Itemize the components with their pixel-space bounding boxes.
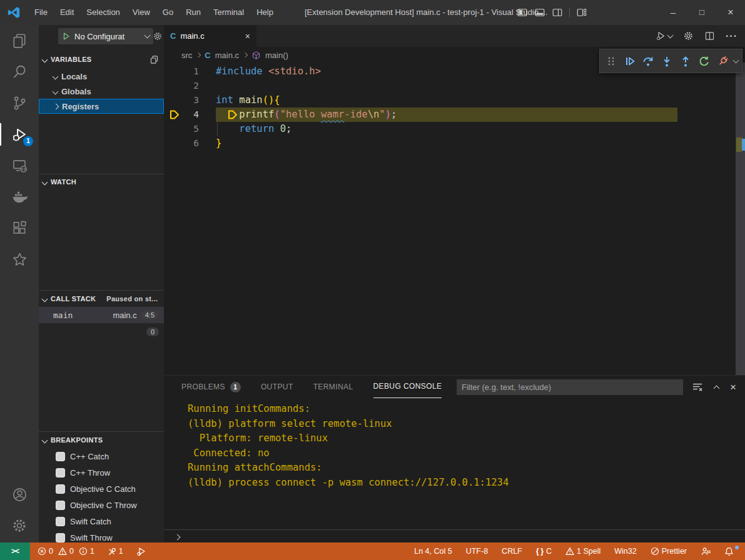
chevron-down-icon[interactable] <box>733 57 739 63</box>
tab-problems[interactable]: PROBLEMS 1 <box>181 376 241 398</box>
sidebar-item-run-and-debug[interactable]: 1 <box>0 119 39 150</box>
tab-output[interactable]: OUTPUT <box>261 376 293 398</box>
customize-layout-icon[interactable] <box>576 7 587 18</box>
code-line-4-current[interactable]: 4 printf("hello wamr-ide\n"); <box>164 108 745 122</box>
breakpoint-cpp-throw[interactable]: C++ Throw <box>39 464 164 481</box>
language-label: C <box>546 547 552 556</box>
debug-settings-gear-icon[interactable] <box>153 31 163 41</box>
debug-status[interactable] <box>132 546 150 557</box>
call-stack-section-header[interactable]: CALL STACK Paused on st... <box>39 292 164 306</box>
restart-button[interactable] <box>697 53 712 69</box>
manage-button[interactable] <box>0 510 39 541</box>
ports-count: 1 <box>119 547 123 556</box>
maximize-button[interactable]: □ <box>687 0 716 25</box>
checkbox[interactable] <box>56 533 65 542</box>
close-button[interactable]: × <box>716 0 745 25</box>
sidebar-item-search[interactable] <box>0 56 39 88</box>
maximize-panel-icon[interactable] <box>714 385 720 391</box>
formatter-status[interactable]: Prettier <box>647 547 691 556</box>
menu-go[interactable]: Go <box>156 0 180 25</box>
console-filter-input[interactable] <box>457 379 683 395</box>
menu-help[interactable]: Help <box>250 0 280 25</box>
code-line-2[interactable]: 2 <box>164 79 745 93</box>
eol-sequence[interactable]: CRLF <box>498 547 526 556</box>
variables-item-globals[interactable]: Globals <box>39 84 164 99</box>
language-mode[interactable]: { } C <box>532 547 555 556</box>
code-area[interactable]: 1 #include <stdio.h> 2 3 int main(){ 4 <box>164 64 745 375</box>
debug-console-input[interactable] <box>164 529 745 544</box>
toggle-secondary-sidebar-icon[interactable] <box>552 7 563 18</box>
notifications-button[interactable] <box>721 547 737 556</box>
copy-icon[interactable] <box>150 55 159 64</box>
breadcrumb-file[interactable]: main.c <box>215 51 239 60</box>
encoding[interactable]: UTF-8 <box>462 547 492 556</box>
step-over-button[interactable] <box>641 53 656 69</box>
breakpoint-swift-catch[interactable]: Swift Catch <box>39 513 164 529</box>
menu-run[interactable]: Run <box>180 0 207 25</box>
menu-edit[interactable]: Edit <box>54 0 80 25</box>
split-editor-icon[interactable] <box>704 31 715 41</box>
gear-icon[interactable] <box>683 31 694 41</box>
editor-scrollbar[interactable] <box>736 62 745 375</box>
code-line-5[interactable]: 5 return 0; <box>164 122 745 136</box>
more-actions-icon[interactable]: ··· <box>726 31 737 42</box>
watch-section-header[interactable]: WATCH <box>39 175 164 189</box>
problems-label: PROBLEMS <box>181 376 225 398</box>
account-button[interactable] <box>0 479 39 510</box>
breadcrumb-symbol[interactable]: main() <box>265 51 288 60</box>
breadcrumb-dir[interactable]: src <box>181 51 192 60</box>
breakpoint-objc-throw[interactable]: Objective C Throw <box>39 497 164 513</box>
spell-checker-status[interactable]: 1 Spell <box>562 547 604 556</box>
variables-item-registers[interactable]: Registers <box>39 99 164 114</box>
console-line: Connected: no <box>188 446 732 461</box>
variables-section-header[interactable]: VARIABLES <box>39 52 164 66</box>
menu-selection[interactable]: Selection <box>80 0 126 25</box>
checkbox[interactable] <box>56 501 65 510</box>
menu-view[interactable]: View <box>126 0 156 25</box>
cursor-position[interactable]: Ln 4, Col 5 <box>410 547 455 556</box>
debug-toolbar-drag-handle[interactable] <box>604 53 619 69</box>
code-line-6[interactable]: 6 } <box>164 136 745 151</box>
variables-item-locals[interactable]: Locals <box>39 69 164 84</box>
sidebar-item-wamr-ide[interactable] <box>0 244 39 275</box>
checkbox[interactable] <box>56 484 65 494</box>
toggle-panel-icon[interactable] <box>534 7 545 18</box>
remote-indicator[interactable]: >< <box>0 542 30 560</box>
menu-terminal[interactable]: Terminal <box>207 0 250 25</box>
tab-terminal[interactable]: TERMINAL <box>313 376 353 398</box>
checkbox[interactable] <box>56 517 65 526</box>
disconnect-button[interactable] <box>715 53 730 69</box>
breakpoints-section-header[interactable]: BREAKPOINTS <box>39 433 164 447</box>
checkbox[interactable] <box>56 452 65 461</box>
clear-console-icon[interactable] <box>692 382 703 392</box>
continue-button[interactable] <box>622 53 637 69</box>
close-panel-icon[interactable]: × <box>730 382 736 392</box>
sidebar-item-extensions[interactable] <box>0 212 39 244</box>
debug-configuration-dropdown[interactable]: No Configurat <box>58 28 153 44</box>
feedback-button[interactable] <box>697 547 714 556</box>
platform-status[interactable]: Win32 <box>611 547 640 556</box>
stack-frame-row[interactable]: main main.c 4:5 <box>39 307 164 323</box>
chevron-right-icon <box>53 103 59 109</box>
step-out-button[interactable] <box>678 53 693 69</box>
tab-close-icon[interactable]: × <box>245 31 250 41</box>
breakpoint-cpp-catch[interactable]: C++ Catch <box>39 448 164 464</box>
problems-status[interactable]: 0 0 1 <box>34 547 98 556</box>
toggle-sidebar-icon[interactable] <box>517 7 528 18</box>
minimize-button[interactable]: – <box>659 0 687 25</box>
run-or-debug-button[interactable] <box>656 31 672 41</box>
ports-status[interactable]: 1 <box>103 547 127 556</box>
sidebar-item-source-control[interactable] <box>0 88 39 119</box>
sidebar-item-remote-explorer[interactable] <box>0 150 39 181</box>
step-into-button[interactable] <box>659 53 674 69</box>
checkbox[interactable] <box>56 468 65 478</box>
code-line-3[interactable]: 3 int main(){ <box>164 93 745 108</box>
sidebar-item-docker[interactable] <box>0 181 39 212</box>
sidebar-item-explorer[interactable] <box>0 25 39 56</box>
tab-debug-console[interactable]: DEBUG CONSOLE <box>373 376 442 398</box>
menu-file[interactable]: File <box>28 0 54 25</box>
thread-row[interactable]: 0 <box>39 324 164 339</box>
breakpoint-objc-catch[interactable]: Objective C Catch <box>39 481 164 497</box>
tab-main-c[interactable]: C main.c × <box>164 25 256 47</box>
chevron-right-icon <box>196 52 201 58</box>
